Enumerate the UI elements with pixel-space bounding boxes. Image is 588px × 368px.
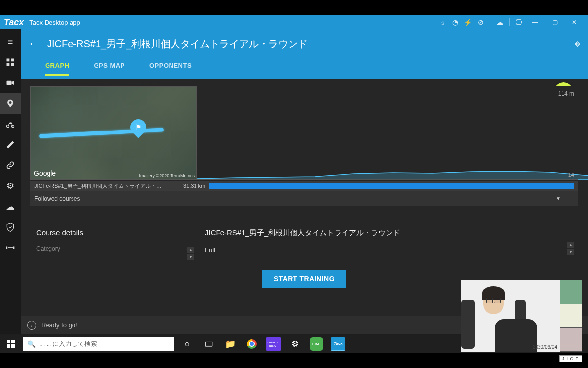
svg-rect-10 [7,340,10,343]
windows-search-box[interactable]: 🔍 ここに入力して検索 [23,337,174,351]
segment-step-down[interactable]: ▼ [567,249,574,255]
sidebar-video[interactable] [0,73,21,93]
login-icon[interactable]: ⎆ [575,39,580,49]
sidebar: ≡ ⚙ ☁ [0,29,21,334]
route-name-text: JICFe-RS#1_男子_利根川個人タイムトライアル・… [34,183,181,190]
category-label: Category [36,245,60,252]
tab-gpsmap[interactable]: GPS MAP [94,62,124,76]
sidebar-dashboard[interactable] [0,52,21,73]
tacx-app-icon[interactable]: Tacx [331,337,345,351]
sidebar-bike[interactable] [0,114,21,134]
segment-step-up[interactable]: ▲ [567,242,574,248]
svg-rect-4 [7,81,12,85]
svg-rect-3 [11,63,14,66]
webcam-date: 2020/06/04 [533,344,557,350]
progress-bar [209,183,574,189]
followed-label: Followed courses [34,195,80,202]
line-app-icon[interactable]: LINE [310,337,323,351]
map-pin-icon [130,119,146,135]
start-training-button[interactable]: START TRAINING [262,270,346,288]
search-icon: 🔍 [27,340,36,348]
cortana-icon[interactable]: ○ [176,335,198,353]
svg-rect-12 [7,344,10,348]
jicf-watermark: J.I.C.F [559,355,583,362]
status-text: Ready to go! [41,321,77,329]
app-name: Tacx Desktop app [29,19,80,26]
category-step-up[interactable]: ▲ [187,247,194,253]
svg-rect-9 [8,247,13,248]
tab-opponents[interactable]: OPPONENTS [149,62,192,76]
svg-rect-1 [11,59,14,62]
svg-rect-14 [205,342,212,346]
sidebar-dumbbell[interactable] [0,237,21,258]
followed-courses-dropdown[interactable]: Followed courses ▼ [30,191,578,206]
svg-rect-13 [11,344,15,348]
svg-rect-7 [6,247,7,249]
titlebar: Tacx Tacx Desktop app ☼ ◔ ⚡ ⊘ ☁ 🖵 — ▢ ✕ [0,15,588,29]
sidebar-location[interactable] [0,93,21,114]
chevron-down-icon: ▼ [556,196,561,201]
cancel-icon[interactable]: ⊘ [474,16,487,28]
course-name-text: JICFe-RS#1_男子_利根川個人タイムトライアル・ラウンド [205,228,570,237]
svg-rect-8 [13,247,15,249]
back-arrow-icon[interactable]: ← [28,37,39,50]
sidebar-settings[interactable]: ⚙ [0,176,21,196]
taskview-icon[interactable] [198,335,220,353]
bolt-icon[interactable]: ⚡ [462,16,474,28]
svg-rect-11 [11,340,15,343]
segment-label: Full [205,246,570,254]
map-thumbnail[interactable]: Google Imagery ©2020 TerraMetrics [30,86,197,180]
cloud-icon[interactable]: ☁ [493,16,506,28]
chrome-icon[interactable] [241,335,263,353]
sun-icon[interactable]: ☼ [436,16,449,28]
info-icon: i [27,321,36,330]
brand-logo: Tacx [4,17,24,27]
sidebar-shield[interactable] [0,217,21,237]
course-details-heading: Course details [36,228,191,237]
content-header: ← JICFe-RS#1_男子_利根川個人タイムトライアル・ラウンド ⎆ [21,29,588,58]
route-name-bar: JICFe-RS#1_男子_利根川個人タイムトライアル・… 31.31 km [30,181,578,191]
screen-icon[interactable]: 🖵 [513,16,525,28]
file-explorer-icon[interactable]: 📁 [220,335,241,353]
window-minimize[interactable]: — [525,15,545,29]
webcam-overlay: 2020/06/04 [461,280,582,352]
windows-start-button[interactable] [0,335,22,353]
map-attribution: Imagery ©2020 TerraMetrics [139,173,195,178]
elevation-min-label: 14 [568,172,574,178]
elevation-chart: 114 m 14 [197,86,578,180]
elevation-max-label: 114 m [558,90,574,97]
amazon-music-icon[interactable]: amazon music [266,337,281,351]
page-title: JICFe-RS#1_男子_利根川個人タイムトライアル・ラウンド [47,37,575,51]
google-logo: Google [34,169,56,177]
svg-rect-0 [7,59,10,62]
sidebar-menu[interactable]: ≡ [0,31,21,52]
settings-icon[interactable]: ⚙ [284,335,306,353]
tab-graph[interactable]: GRAPH [45,62,69,76]
sidebar-link[interactable] [0,155,21,176]
sidebar-cloud[interactable]: ☁ [0,196,21,217]
category-step-down[interactable]: ▼ [187,254,194,260]
sidebar-edit[interactable] [0,134,21,155]
tabs: GRAPH GPS MAP OPPONENTS [21,58,588,79]
window-maximize[interactable]: ▢ [545,15,564,29]
speedo-icon[interactable]: ◔ [449,16,462,28]
window-close[interactable]: ✕ [564,15,584,29]
route-distance: 31.31 km [183,183,205,189]
svg-rect-2 [7,63,10,66]
search-placeholder: ここに入力して検索 [40,340,97,348]
